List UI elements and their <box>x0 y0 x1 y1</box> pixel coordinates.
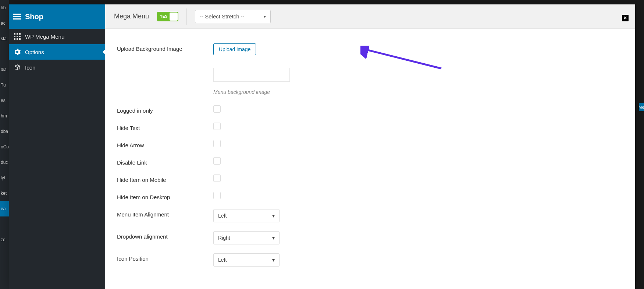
wp-item: es <box>0 93 9 108</box>
modal-sidebar: Shop WP Mega Menu Options Icon <box>9 4 105 289</box>
divider <box>186 8 187 25</box>
stretch-select[interactable]: -- Select Stretch -- ▾ <box>195 10 271 23</box>
wp-item: dia <box>0 62 9 77</box>
upload-preview <box>213 68 290 82</box>
grid-icon <box>14 33 21 40</box>
sidebar-item-label: Icon <box>25 64 35 71</box>
row-alignment: Menu Item Alignment Left ▾ <box>117 209 623 222</box>
svg-rect-2 <box>19 33 21 35</box>
wp-item: ze <box>0 232 9 247</box>
row-upload-bg: Upload Background Image Upload image Men… <box>117 43 623 95</box>
alignment-select[interactable]: Left ▾ <box>213 209 280 222</box>
sidebar-header: Shop <box>9 4 105 29</box>
sidebar-item-icon[interactable]: Icon <box>9 60 105 75</box>
svg-rect-5 <box>19 36 21 37</box>
toggle-label: YES <box>158 14 167 18</box>
select-value: -- Select Stretch -- <box>200 13 245 20</box>
chevron-down-icon: ▾ <box>272 235 275 241</box>
row-dropdown-alignment: Dropdown alignment Right ▾ <box>117 231 623 244</box>
sidebar-item-label: WP Mega Menu <box>25 34 64 40</box>
wp-item: hb <box>0 0 9 15</box>
icon-pos-select[interactable]: Left ▾ <box>213 253 280 267</box>
hide-desktop-checkbox[interactable] <box>213 192 221 199</box>
sidebar-item-options[interactable]: Options <box>9 44 105 60</box>
chevron-down-icon: ▾ <box>272 257 275 263</box>
svg-rect-0 <box>14 33 15 35</box>
svg-rect-3 <box>14 36 15 37</box>
wp-item: oCo <box>0 139 9 155</box>
logged-in-checkbox[interactable] <box>213 105 221 113</box>
hide-text-checkbox[interactable] <box>213 123 221 130</box>
svg-rect-1 <box>17 33 18 35</box>
hide-desktop-label: Hide Item on Desktop <box>117 192 213 200</box>
row-icon-position: Icon Position Left ▾ <box>117 253 623 267</box>
wp-item <box>0 216 9 232</box>
svg-rect-4 <box>17 36 18 37</box>
close-icon: ✕ <box>623 15 627 21</box>
upload-image-button[interactable]: Upload image <box>213 43 256 55</box>
cube-icon <box>14 64 21 71</box>
chevron-down-icon: ▾ <box>264 14 266 19</box>
hide-mobile-label: Hide Item on Mobile <box>117 175 213 183</box>
hamburger-icon[interactable] <box>13 14 21 20</box>
upload-bg-label: Upload Background Image <box>117 43 213 52</box>
disable-link-label: Disable Link <box>117 157 213 166</box>
select-value: Right <box>218 235 230 241</box>
row-logged-in: Logged in only <box>117 105 623 114</box>
row-hide-mobile: Hide Item on Mobile <box>117 175 623 183</box>
wp-item: Tu <box>0 77 9 93</box>
wp-item: hm <box>0 108 9 124</box>
wp-item: ea <box>0 201 9 216</box>
topbar: Mega Menu YES -- Select Stretch -- ▾ ✕ <box>105 4 635 29</box>
svg-rect-6 <box>14 38 15 40</box>
sidebar-item-label: Options <box>25 49 44 55</box>
sidebar-title: Shop <box>25 13 43 21</box>
wp-item <box>0 46 9 62</box>
modal-main: Mega Menu YES -- Select Stretch -- ▾ ✕ U… <box>105 4 635 289</box>
hide-mobile-checkbox[interactable] <box>213 175 221 182</box>
topbar-title: Mega Menu <box>114 13 149 20</box>
select-value: Left <box>218 213 227 219</box>
hide-arrow-checkbox[interactable] <box>213 140 221 147</box>
upload-helper-text: Menu background image <box>213 89 623 95</box>
svg-rect-8 <box>19 38 21 40</box>
icon-pos-label: Icon Position <box>117 253 213 262</box>
wp-item: duc <box>0 155 9 170</box>
row-hide-desktop: Hide Item on Desktop <box>117 192 623 200</box>
right-edge-fragment: Me <box>639 103 644 111</box>
mega-menu-modal: Shop WP Mega Menu Options Icon Mega Menu… <box>9 4 635 289</box>
content-scroll[interactable]: Upload Background Image Upload image Men… <box>105 29 635 289</box>
svg-rect-7 <box>17 38 18 40</box>
wp-item: lyt <box>0 170 9 186</box>
logged-in-label: Logged in only <box>117 105 213 114</box>
disable-link-checkbox[interactable] <box>213 157 221 165</box>
sidebar-item-wp-mega-menu[interactable]: WP Mega Menu <box>9 29 105 44</box>
row-hide-arrow: Hide Arrow <box>117 140 623 148</box>
wp-item: ket <box>0 186 9 201</box>
mega-menu-toggle[interactable]: YES <box>157 12 178 21</box>
select-value: Left <box>218 257 227 263</box>
row-disable-link: Disable Link <box>117 157 623 166</box>
hide-arrow-label: Hide Arrow <box>117 140 213 148</box>
wp-item: sta <box>0 31 9 46</box>
alignment-label: Menu Item Alignment <box>117 209 213 218</box>
close-button[interactable]: ✕ <box>622 15 629 21</box>
dropdown-select[interactable]: Right ▾ <box>213 231 280 244</box>
chevron-down-icon: ▾ <box>272 213 275 219</box>
toggle-knob <box>170 13 178 21</box>
row-hide-text: Hide Text <box>117 123 623 131</box>
dropdown-label: Dropdown alignment <box>117 231 213 240</box>
hide-text-label: Hide Text <box>117 123 213 131</box>
wp-item: dba <box>0 124 9 139</box>
wp-item: ac <box>0 15 9 31</box>
gear-icon <box>14 49 21 55</box>
wp-admin-sidebar-partial: hb ac sta dia Tu es hm dba oCo duc lyt k… <box>0 0 9 289</box>
